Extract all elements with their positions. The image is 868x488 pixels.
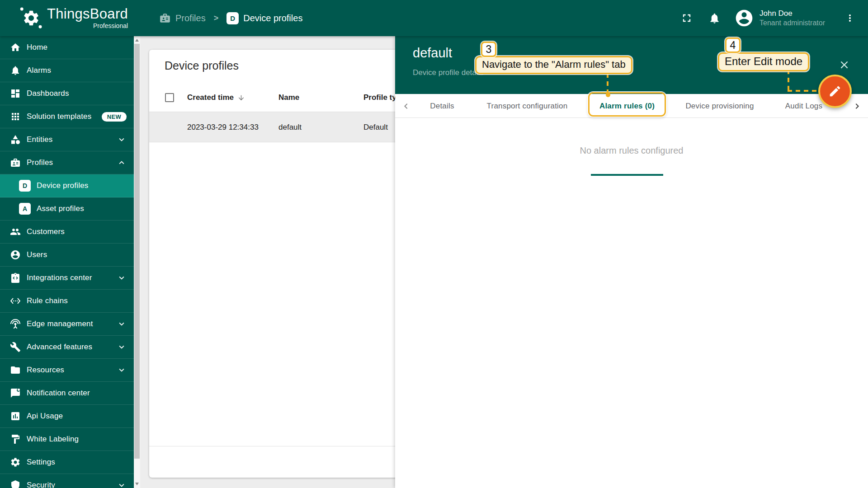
logo[interactable]: ThingsBoard Professional — [20, 7, 128, 29]
sidebar-scrollbar[interactable] — [134, 36, 140, 488]
sidebar-item-users[interactable]: Users — [0, 244, 134, 267]
sidebar-item-label: Integrations center — [27, 273, 92, 282]
sidebar-item-profiles[interactable]: Profiles — [0, 151, 134, 174]
sidebar-item-label: Rule chains — [27, 296, 68, 305]
sidebar-item-white-labeling[interactable]: White Labeling — [0, 428, 134, 451]
scrollbar-down-arrow[interactable] — [135, 483, 139, 485]
sidebar-item-label: Solution templates — [27, 112, 91, 121]
sidebar-item-label: Profiles — [27, 158, 53, 167]
sort-descending-icon — [237, 94, 245, 102]
tutorial-step-3-connector — [607, 73, 609, 93]
panel-subtitle: Device profile details — [413, 68, 484, 77]
sidebar-item-edge-management[interactable]: Edge management — [0, 313, 134, 336]
fullscreen-button[interactable] — [680, 12, 693, 24]
sidebar-item-label: Security — [27, 481, 55, 488]
sidebar-item-settings[interactable]: Settings — [0, 451, 134, 474]
folder-icon — [10, 365, 21, 375]
sidebar-item-label: Edge management — [27, 319, 93, 328]
user-name: John Doe — [760, 9, 836, 19]
device-profile-details-panel: default Device profile details Details T… — [395, 36, 868, 488]
paint-icon — [10, 434, 21, 445]
column-name[interactable]: Name — [278, 83, 299, 112]
id-badge-icon — [159, 12, 171, 24]
breadcrumb-device-profiles[interactable]: D Device profiles — [226, 12, 302, 24]
ethernet-icon — [10, 296, 21, 306]
scrollbar-thumb[interactable] — [134, 44, 140, 459]
sidebar-item-label: Alarms — [27, 66, 51, 75]
chevron-down-icon — [117, 480, 127, 488]
breadcrumb-profiles[interactable]: Profiles — [159, 12, 206, 24]
chevron-down-icon — [117, 319, 127, 329]
sidebar-item-api-usage[interactable]: Api Usage — [0, 405, 134, 428]
tab-transport-configuration[interactable]: Transport configuration — [480, 94, 574, 118]
empty-state-text: No alarm rules configured — [395, 145, 868, 156]
page-title: Device profiles — [165, 54, 239, 77]
new-badge: NEW — [102, 112, 127, 122]
logo-subtitle: Professional — [93, 22, 128, 29]
top-bar: ThingsBoard Professional Profiles > D De… — [0, 0, 868, 36]
sidebar-item-alarms[interactable]: Alarms — [0, 59, 134, 82]
tabs-scroll-left-button[interactable] — [397, 94, 415, 118]
sidebar-item-label: Home — [27, 43, 47, 52]
sidebar-item-resources[interactable]: Resources — [0, 359, 134, 382]
tutorial-step-4-connector-horizontal — [788, 90, 819, 92]
close-button[interactable] — [838, 59, 850, 71]
tab-details[interactable]: Details — [425, 94, 459, 118]
sidebar-item-security[interactable]: Security — [0, 474, 134, 488]
sidebar-item-entities[interactable]: Entities — [0, 128, 134, 151]
sidebar-item-label: Settings — [27, 458, 55, 467]
edit-button[interactable] — [818, 75, 852, 108]
tab-device-provisioning[interactable]: Device provisioning — [680, 94, 759, 118]
breadcrumb: Profiles > D Device profiles — [159, 0, 302, 36]
id-badge-icon — [10, 157, 21, 168]
tab-alarm-rules[interactable]: Alarm rules (0) — [591, 94, 663, 118]
sidebar-item-advanced-features[interactable]: Advanced features — [0, 336, 134, 359]
sidebar-item-label: Asset profiles — [37, 204, 84, 213]
sidebar-item-customers[interactable]: Customers — [0, 221, 134, 244]
sidebar-item-integrations-center[interactable]: Integrations center — [0, 267, 134, 290]
app: ThingsBoard Professional Profiles > D De… — [0, 0, 868, 488]
sidebar-item-device-profiles[interactable]: D Device profiles — [0, 174, 134, 197]
person-icon — [10, 249, 21, 260]
cell-profile-type: Default — [363, 112, 388, 142]
sidebar-item-dashboards[interactable]: Dashboards — [0, 82, 134, 105]
home-icon — [10, 42, 21, 53]
tabs-scroll-right-button[interactable] — [848, 94, 866, 118]
dashboard-icon — [10, 88, 21, 99]
kebab-icon — [844, 13, 855, 23]
logo-text: ThingsBoard Professional — [47, 7, 128, 29]
sidebar-item-rule-chains[interactable]: Rule chains — [0, 290, 134, 313]
sidebar-item-notification-center[interactable]: Notification center — [0, 382, 134, 405]
sidebar-item-home[interactable]: Home — [0, 36, 134, 59]
user-role: Tenant administrator — [760, 19, 836, 28]
notifications-button[interactable] — [708, 12, 721, 24]
tutorial-step-3-number: 3 — [481, 42, 496, 57]
sidebar-item-asset-profiles[interactable]: A Asset profiles — [0, 197, 134, 221]
clipboard-icon — [10, 272, 21, 283]
pencil-icon — [828, 84, 842, 98]
logo-title: ThingsBoard — [47, 7, 128, 22]
breadcrumb-label: Device profiles — [243, 13, 302, 23]
chevron-left-icon — [401, 101, 411, 112]
thingsboard-logo-icon — [20, 7, 42, 29]
sidebar-item-label: Resources — [27, 366, 64, 375]
user-info[interactable]: John Doe Tenant administrator — [760, 9, 836, 28]
sidebar-item-solution-templates[interactable]: Solution templates NEW — [0, 105, 134, 128]
gear-icon — [10, 457, 21, 468]
tutorial-step-3-callout: Navigate to the "Alarm rules" tab — [475, 56, 632, 74]
breadcrumb-separator: > — [214, 14, 219, 23]
bell-icon — [10, 65, 21, 76]
chevron-up-icon — [117, 158, 127, 168]
antenna-icon — [10, 319, 21, 329]
avatar[interactable] — [734, 8, 754, 28]
select-all-checkbox[interactable] — [165, 93, 174, 102]
column-created-time[interactable]: Created time — [187, 83, 245, 112]
active-tab-indicator — [591, 174, 663, 176]
breadcrumb-label: Profiles — [175, 13, 206, 23]
chevron-down-icon — [117, 342, 127, 352]
chart-icon — [10, 411, 21, 422]
user-menu-button[interactable] — [844, 13, 855, 23]
category-icon — [10, 134, 21, 145]
scrollbar-up-arrow[interactable] — [135, 39, 139, 42]
tutorial-step-4-number: 4 — [725, 38, 741, 53]
